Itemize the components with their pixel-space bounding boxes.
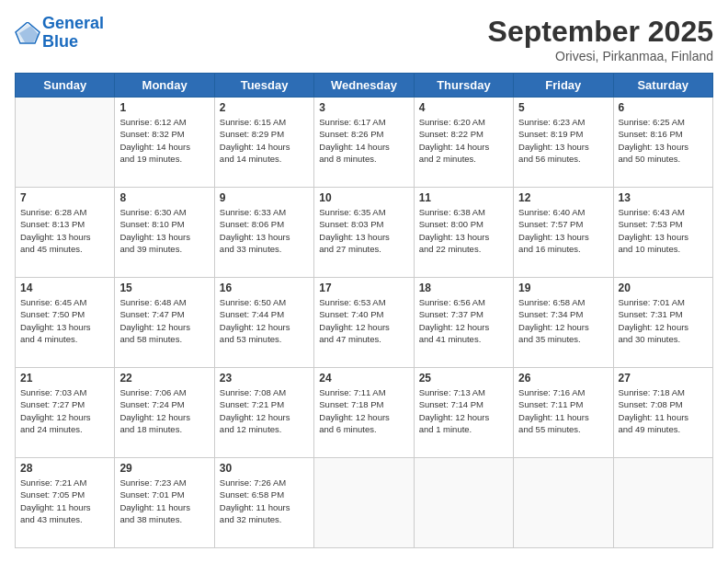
weekday-sunday: Sunday (16, 74, 115, 98)
day-number: 21 (20, 372, 109, 385)
calendar-cell: 10Sunrise: 6:35 AM Sunset: 8:03 PM Dayli… (314, 188, 414, 278)
day-info: Sunrise: 6:17 AM Sunset: 8:26 PM Dayligh… (319, 116, 408, 165)
calendar-cell: 3Sunrise: 6:17 AM Sunset: 8:26 PM Daylig… (314, 98, 414, 188)
week-row-3: 14Sunrise: 6:45 AM Sunset: 7:50 PM Dayli… (16, 278, 713, 368)
calendar-cell (314, 458, 414, 548)
day-number: 4 (419, 101, 508, 114)
day-info: Sunrise: 7:03 AM Sunset: 7:27 PM Dayligh… (20, 386, 109, 435)
day-number: 26 (518, 372, 608, 385)
title-block: September 2025 Orivesi, Pirkanmaa, Finla… (488, 15, 713, 63)
day-number: 11 (419, 191, 508, 204)
location: Orivesi, Pirkanmaa, Finland (488, 49, 713, 63)
logo-line1: General (42, 14, 104, 32)
day-info: Sunrise: 7:23 AM Sunset: 7:01 PM Dayligh… (119, 477, 209, 525)
calendar-cell: 28Sunrise: 7:21 AM Sunset: 7:05 PM Dayli… (16, 458, 115, 548)
day-info: Sunrise: 6:43 AM Sunset: 7:53 PM Dayligh… (619, 206, 708, 255)
calendar-cell: 12Sunrise: 6:40 AM Sunset: 7:57 PM Dayli… (514, 188, 613, 278)
day-info: Sunrise: 7:06 AM Sunset: 7:24 PM Dayligh… (119, 386, 209, 435)
day-info: Sunrise: 6:28 AM Sunset: 8:13 PM Dayligh… (20, 206, 109, 255)
day-number: 5 (518, 101, 608, 114)
weekday-wednesday: Wednesday (314, 74, 414, 98)
day-number: 9 (220, 191, 309, 204)
calendar-cell: 18Sunrise: 6:56 AM Sunset: 7:37 PM Dayli… (414, 278, 513, 368)
day-number: 22 (119, 372, 209, 385)
day-info: Sunrise: 7:16 AM Sunset: 7:11 PM Dayligh… (518, 386, 608, 435)
day-number: 17 (319, 282, 408, 294)
weekday-header-row: SundayMondayTuesdayWednesdayThursdayFrid… (16, 74, 713, 98)
calendar-page: General Blue September 2025 Orivesi, Pir… (0, 0, 728, 563)
month-title: September 2025 (488, 15, 713, 49)
calendar-cell: 14Sunrise: 6:45 AM Sunset: 7:50 PM Dayli… (16, 278, 115, 368)
calendar-cell: 7Sunrise: 6:28 AM Sunset: 8:13 PM Daylig… (16, 188, 115, 278)
calendar-cell: 9Sunrise: 6:33 AM Sunset: 8:06 PM Daylig… (214, 188, 313, 278)
calendar-cell: 8Sunrise: 6:30 AM Sunset: 8:10 PM Daylig… (115, 188, 214, 278)
day-info: Sunrise: 7:08 AM Sunset: 7:21 PM Dayligh… (220, 386, 309, 435)
day-info: Sunrise: 7:01 AM Sunset: 7:31 PM Dayligh… (619, 296, 708, 345)
day-number: 29 (119, 462, 209, 475)
day-info: Sunrise: 6:20 AM Sunset: 8:22 PM Dayligh… (419, 116, 508, 165)
header: General Blue September 2025 Orivesi, Pir… (15, 15, 713, 63)
day-info: Sunrise: 6:30 AM Sunset: 8:10 PM Dayligh… (119, 206, 209, 255)
day-number: 7 (20, 191, 109, 204)
calendar-cell: 21Sunrise: 7:03 AM Sunset: 7:27 PM Dayli… (16, 368, 115, 458)
weekday-thursday: Thursday (414, 74, 513, 98)
week-row-2: 7Sunrise: 6:28 AM Sunset: 8:13 PM Daylig… (16, 188, 713, 278)
weekday-saturday: Saturday (613, 74, 712, 98)
weekday-friday: Friday (514, 74, 613, 98)
day-number: 13 (619, 191, 708, 204)
day-info: Sunrise: 6:35 AM Sunset: 8:03 PM Dayligh… (319, 206, 408, 255)
day-number: 6 (619, 101, 708, 114)
logo: General Blue (15, 15, 104, 52)
day-number: 18 (419, 282, 508, 294)
day-number: 24 (319, 372, 408, 385)
day-number: 25 (419, 372, 508, 385)
calendar-cell: 25Sunrise: 7:13 AM Sunset: 7:14 PM Dayli… (414, 368, 513, 458)
calendar-cell: 20Sunrise: 7:01 AM Sunset: 7:31 PM Dayli… (613, 278, 712, 368)
weekday-tuesday: Tuesday (214, 74, 313, 98)
day-info: Sunrise: 7:26 AM Sunset: 6:58 PM Dayligh… (220, 477, 309, 525)
day-info: Sunrise: 6:50 AM Sunset: 7:44 PM Dayligh… (220, 296, 309, 345)
calendar-cell: 27Sunrise: 7:18 AM Sunset: 7:08 PM Dayli… (613, 368, 712, 458)
day-info: Sunrise: 6:38 AM Sunset: 8:00 PM Dayligh… (419, 206, 508, 255)
day-info: Sunrise: 6:56 AM Sunset: 7:37 PM Dayligh… (419, 296, 508, 345)
calendar-cell: 23Sunrise: 7:08 AM Sunset: 7:21 PM Dayli… (214, 368, 313, 458)
day-number: 30 (220, 462, 309, 475)
calendar-cell: 5Sunrise: 6:23 AM Sunset: 8:19 PM Daylig… (514, 98, 613, 188)
day-info: Sunrise: 7:13 AM Sunset: 7:14 PM Dayligh… (419, 386, 508, 435)
calendar-cell: 11Sunrise: 6:38 AM Sunset: 8:00 PM Dayli… (414, 188, 513, 278)
logo-text: General Blue (42, 15, 104, 52)
day-number: 8 (119, 191, 209, 204)
calendar-cell: 26Sunrise: 7:16 AM Sunset: 7:11 PM Dayli… (514, 368, 613, 458)
weekday-monday: Monday (115, 74, 214, 98)
day-number: 20 (619, 282, 708, 294)
calendar-cell (16, 98, 115, 188)
week-row-5: 28Sunrise: 7:21 AM Sunset: 7:05 PM Dayli… (16, 458, 713, 548)
calendar-cell: 29Sunrise: 7:23 AM Sunset: 7:01 PM Dayli… (115, 458, 214, 548)
calendar-table: SundayMondayTuesdayWednesdayThursdayFrid… (15, 73, 713, 548)
day-info: Sunrise: 7:21 AM Sunset: 7:05 PM Dayligh… (20, 477, 109, 525)
calendar-cell (514, 458, 613, 548)
day-number: 14 (20, 282, 109, 294)
day-number: 27 (619, 372, 708, 385)
logo-line2: Blue (42, 32, 78, 51)
calendar-cell: 24Sunrise: 7:11 AM Sunset: 7:18 PM Dayli… (314, 368, 414, 458)
calendar-cell: 30Sunrise: 7:26 AM Sunset: 6:58 PM Dayli… (214, 458, 313, 548)
calendar-cell: 1Sunrise: 6:12 AM Sunset: 8:32 PM Daylig… (115, 98, 214, 188)
day-number: 12 (518, 191, 608, 204)
day-number: 19 (518, 282, 608, 294)
calendar-cell: 13Sunrise: 6:43 AM Sunset: 7:53 PM Dayli… (613, 188, 712, 278)
day-number: 2 (220, 101, 309, 114)
day-info: Sunrise: 7:18 AM Sunset: 7:08 PM Dayligh… (619, 386, 708, 435)
day-info: Sunrise: 6:48 AM Sunset: 7:47 PM Dayligh… (119, 296, 209, 345)
week-row-4: 21Sunrise: 7:03 AM Sunset: 7:27 PM Dayli… (16, 368, 713, 458)
calendar-cell (613, 458, 712, 548)
day-info: Sunrise: 6:45 AM Sunset: 7:50 PM Dayligh… (20, 296, 109, 345)
day-number: 16 (220, 282, 309, 294)
logo-icon (15, 22, 40, 44)
calendar-cell: 15Sunrise: 6:48 AM Sunset: 7:47 PM Dayli… (115, 278, 214, 368)
day-info: Sunrise: 6:15 AM Sunset: 8:29 PM Dayligh… (220, 116, 309, 165)
day-info: Sunrise: 6:12 AM Sunset: 8:32 PM Dayligh… (119, 116, 209, 165)
day-info: Sunrise: 6:53 AM Sunset: 7:40 PM Dayligh… (319, 296, 408, 345)
day-number: 1 (119, 101, 209, 114)
calendar-cell: 4Sunrise: 6:20 AM Sunset: 8:22 PM Daylig… (414, 98, 513, 188)
